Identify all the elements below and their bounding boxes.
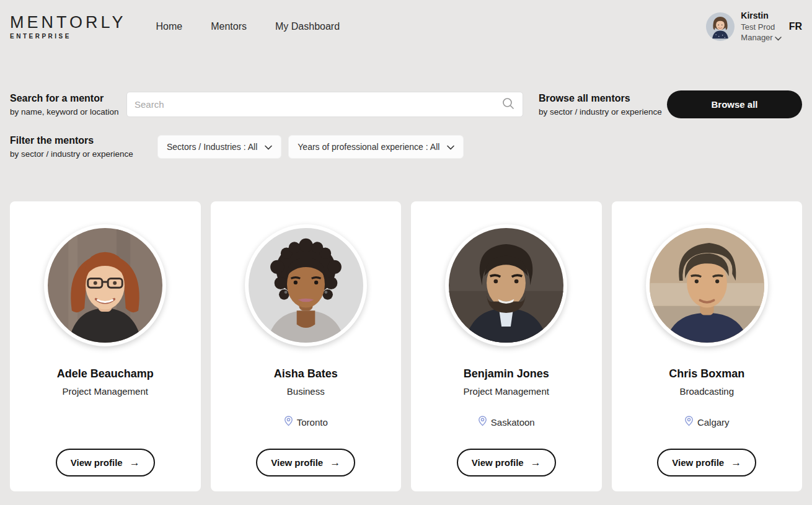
browse-subtitle: by sector / industry or experience [539,107,662,116]
mentor-specialty: Broadcasting [679,386,734,397]
search-section: Search for a mentor by name, keyword or … [10,90,802,118]
user-avatar[interactable] [706,12,735,41]
logo[interactable]: MENTORLY ENTERPRISE [10,14,126,40]
view-profile-label: View profile [71,457,123,468]
nav-item-home[interactable]: Home [156,21,183,32]
mentor-location: Saskatoon [491,417,535,428]
mentor-card: Chris Boxman Broadcasting Calgary View p… [612,201,803,491]
header: MENTORLY ENTERPRISE Home Mentors My Dash… [10,0,802,53]
mentor-name: Chris Boxman [669,367,744,380]
search-icon[interactable] [501,97,515,113]
mentor-cards-grid: Adele Beauchamp Project Management View … [10,201,802,491]
mentor-location: Calgary [697,417,730,428]
years-experience-dropdown[interactable]: Years of professional experience : All [288,135,464,159]
user-name: Kirstin [741,10,781,22]
mentor-location-row: Calgary [684,416,730,428]
mentor-location: Toronto [297,417,328,428]
chevron-down-icon [447,142,454,152]
mentor-photo [646,224,768,346]
mentor-card: Adele Beauchamp Project Management View … [10,201,201,491]
search-input[interactable] [135,99,501,110]
nav-item-mentors[interactable]: Mentors [211,21,247,32]
mentor-location-row: Toronto [284,416,328,428]
mentor-photo [44,224,166,346]
filter-label-block: Filter the mentors by sector / industry … [10,135,157,159]
location-pin-icon [284,416,293,428]
language-toggle[interactable]: FR [789,21,802,32]
mentor-specialty: Project Management [63,386,148,397]
sectors-industries-dropdown[interactable]: Sectors / Industries : All [157,135,281,159]
view-profile-label: View profile [472,457,524,468]
browse-all-button[interactable]: Browse all [667,90,802,118]
view-profile-button[interactable]: View profile → [657,449,756,476]
mentor-name: Benjamin Jones [464,367,549,380]
mentor-photo [445,224,567,346]
arrow-right-icon: → [330,457,340,469]
mentor-specialty: Project Management [464,386,549,397]
view-profile-label: View profile [672,457,724,468]
chevron-down-icon [775,33,782,44]
mentor-name: Aisha Bates [274,367,338,380]
sectors-dropdown-label: Sectors / Industries : All [167,142,257,152]
search-title: Search for a mentor [10,93,126,104]
view-profile-label: View profile [271,457,323,468]
view-profile-button[interactable]: View profile → [56,449,155,476]
mentor-specialty: Business [287,386,325,397]
location-pin-icon [478,416,487,428]
user-menu[interactable]: Kirstin Test Prod Manager [741,10,781,44]
logo-subtitle: ENTERPRISE [10,33,126,40]
main-nav: Home Mentors My Dashboard [156,21,340,32]
mentor-card: Aisha Bates Business Toronto View profil… [211,201,402,491]
nav-item-my-dashboard[interactable]: My Dashboard [275,21,340,32]
user-area: Kirstin Test Prod Manager FR [706,10,802,44]
view-profile-button[interactable]: View profile → [256,449,355,476]
arrow-right-icon: → [531,457,541,469]
mentor-location-row: Saskatoon [478,416,535,428]
filter-section: Filter the mentors by sector / industry … [10,135,802,159]
arrow-right-icon: → [731,457,741,469]
mentor-photo [245,224,367,346]
user-avatar-image [706,12,735,41]
browse-label-block: Browse all mentors by sector / industry … [539,93,662,116]
years-dropdown-label: Years of professional experience : All [298,142,439,152]
chevron-down-icon [265,142,272,152]
browse-title: Browse all mentors [539,93,662,104]
user-role-line-2: Manager [741,32,781,43]
user-role-line-1: Test Prod [741,22,781,33]
search-box [126,92,523,117]
search-subtitle: by name, keyword or location [10,107,126,116]
filter-subtitle: by sector / industry or experience [10,149,157,159]
mentor-name: Adele Beauchamp [57,367,154,380]
location-pin-icon [684,416,694,428]
view-profile-button[interactable]: View profile → [457,449,556,476]
mentor-card: Benjamin Jones Project Management Saskat… [411,201,602,491]
arrow-right-icon: → [130,457,140,469]
filter-title: Filter the mentors [10,135,157,146]
search-label-block: Search for a mentor by name, keyword or … [10,93,126,116]
logo-title: MENTORLY [10,14,126,31]
